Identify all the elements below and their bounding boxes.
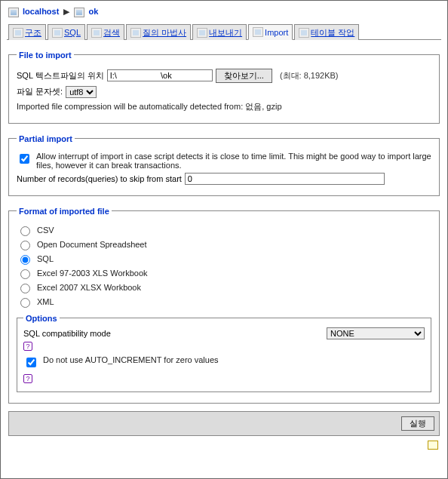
breadcrumb-db[interactable]: ok — [89, 7, 99, 16]
tab-label: 구조 — [25, 27, 41, 38]
skip-label: Number of records(queries) to skip from … — [17, 174, 182, 183]
sql-icon — [52, 28, 63, 38]
tab-operations[interactable]: 테이블 작업 — [294, 24, 359, 40]
format-radio-sql[interactable] — [20, 255, 30, 265]
window-icon[interactable] — [428, 441, 438, 450]
database-icon — [74, 8, 84, 17]
search-icon — [91, 28, 102, 38]
tab-label: 질의 마법사 — [143, 27, 186, 38]
format-label: SQL — [37, 254, 54, 263]
breadcrumb: localhost ▶ ok — [7, 5, 441, 23]
format-label: XML — [37, 297, 54, 306]
tab-search[interactable]: 검색 — [87, 24, 124, 40]
legend-format: Format of imported file — [17, 207, 112, 216]
help-icon[interactable]: ? — [23, 374, 32, 383]
fieldset-format: Format of imported file CSV Open Documen… — [8, 207, 440, 404]
import-icon — [253, 27, 263, 37]
compat-select[interactable]: NONE — [327, 327, 425, 339]
tab-query-wizard[interactable]: 질의 마법사 — [126, 24, 191, 40]
format-radio-xlsx[interactable] — [20, 284, 30, 293]
operations-icon — [299, 28, 309, 38]
tab-import[interactable]: Import — [248, 24, 293, 40]
fieldset-partial-import: Partial import Allow interrupt of import… — [8, 134, 440, 196]
format-radio-ods[interactable] — [20, 241, 30, 250]
format-label: CSV — [37, 226, 54, 235]
chevron-right-icon: ▶ — [63, 7, 69, 16]
format-radio-list: CSV Open Document Spreadsheet SQL Excel … — [17, 224, 431, 308]
tab-label: SQL — [64, 28, 81, 37]
help-icon[interactable]: ? — [23, 342, 32, 351]
auto-increment-checkbox[interactable] — [26, 358, 36, 367]
tab-label: 내보내기 — [209, 27, 242, 38]
tab-label: 검색 — [103, 27, 120, 38]
tab-sql[interactable]: SQL — [48, 24, 85, 40]
export-icon — [197, 28, 207, 38]
structure-icon — [13, 28, 23, 38]
browse-button[interactable]: 찾아보기... — [216, 69, 272, 83]
format-radio-xml[interactable] — [20, 298, 30, 308]
fieldset-file-import: File to import SQL 텍스트파일의 위치 찾아보기... (최대… — [8, 51, 440, 124]
compat-label: SQL compatibility mode — [23, 329, 111, 338]
tabbar: 구조 SQL 검색 질의 마법사 내보내기 Import 테이블 작업 — [7, 23, 441, 40]
fieldset-options: Options SQL compatibility mode NONE ? Do… — [17, 314, 431, 392]
tab-export[interactable]: 내보내기 — [192, 24, 247, 40]
wizard-icon — [130, 28, 141, 38]
footer-bar: 실행 — [8, 411, 440, 436]
format-label: Excel 97-2003 XLS Workbook — [37, 269, 148, 278]
charset-label: 파일 문자셋: — [17, 86, 63, 97]
allow-interrupt-checkbox[interactable] — [20, 154, 29, 164]
allow-interrupt-label: Allow interrupt of import in case script… — [36, 152, 431, 170]
skip-input[interactable] — [185, 173, 385, 185]
tab-label: 테이블 작업 — [311, 27, 354, 38]
format-label: Excel 2007 XLSX Workbook — [37, 283, 141, 292]
tab-structure[interactable]: 구조 — [8, 24, 46, 40]
submit-button[interactable]: 실행 — [401, 416, 434, 431]
charset-select[interactable]: utf8 — [66, 86, 97, 98]
format-radio-csv[interactable] — [20, 226, 30, 236]
file-path-input[interactable] — [107, 69, 213, 81]
tab-label: Import — [265, 28, 288, 37]
format-label: Open Document Spreadsheet — [37, 240, 147, 249]
auto-increment-label: Do not use AUTO_INCREMENT for zero value… — [43, 355, 219, 364]
server-icon — [8, 8, 19, 17]
format-radio-xls[interactable] — [20, 269, 30, 279]
max-size-text: (최대: 8,192KB) — [280, 70, 339, 81]
breadcrumb-host[interactable]: localhost — [23, 7, 59, 16]
legend-options: Options — [23, 314, 60, 323]
compression-note: Imported file compression will be automa… — [17, 101, 431, 112]
legend-partial-import: Partial import — [17, 134, 75, 143]
legend-file-import: File to import — [17, 51, 74, 60]
location-label: SQL 텍스트파일의 위치 — [17, 70, 104, 81]
